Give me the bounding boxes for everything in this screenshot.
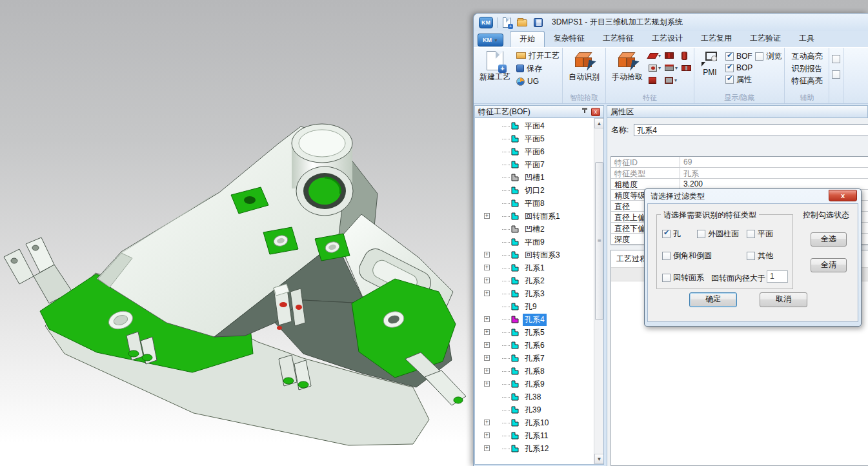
- property-row-特征ID[interactable]: 特征ID69: [611, 157, 868, 168]
- expand-icon[interactable]: +: [484, 316, 490, 322]
- tab-开始[interactable]: 开始: [510, 31, 545, 47]
- select-all-button[interactable]: 全选: [811, 232, 847, 247]
- red-cube-feature-button[interactable]: [649, 75, 661, 85]
- tree-item-孔38[interactable]: 孔38: [475, 390, 594, 403]
- tree-item-孔系10[interactable]: +孔系10: [475, 416, 594, 429]
- tree-item-孔9[interactable]: 孔9: [475, 300, 594, 313]
- tree-item-回转面系3[interactable]: +回转面系3: [475, 248, 594, 261]
- tree-item-label: 孔系9: [523, 378, 547, 390]
- clipped-checkbox-2[interactable]: [832, 68, 840, 80]
- tab-工具[interactable]: 工具: [790, 31, 823, 47]
- tab-工艺复用[interactable]: 工艺复用: [692, 31, 741, 47]
- scroll-down-button[interactable]: ▼: [594, 454, 604, 464]
- expand-icon[interactable]: +: [484, 420, 490, 425]
- cylinder-pair-feature-button[interactable]: [681, 63, 691, 73]
- dialog-checkbox-孔[interactable]: 孔: [662, 228, 681, 239]
- tree-item-凹槽1[interactable]: 凹槽1: [475, 171, 594, 184]
- assist-link-特征高亮[interactable]: 特征高亮: [787, 75, 826, 87]
- tree-item-孔系3[interactable]: +孔系3: [475, 287, 594, 300]
- open-folder-icon[interactable]: [517, 17, 529, 28]
- scrollbar-thumb[interactable]: [595, 162, 603, 320]
- app-menu-button[interactable]: KM▼: [478, 34, 503, 46]
- tab-复杂特征[interactable]: 复杂特征: [545, 31, 594, 47]
- new-process-button[interactable]: + 新建工艺: [476, 49, 514, 83]
- tree-item-孔系12[interactable]: +孔系12: [475, 442, 594, 455]
- save-button[interactable]: 保存: [516, 62, 560, 75]
- tree-item-孔系9[interactable]: +孔系9: [475, 378, 594, 390]
- expand-icon[interactable]: +: [484, 290, 490, 296]
- checkbox-BOF[interactable]: BOF: [725, 50, 752, 62]
- expand-icon[interactable]: +: [484, 432, 490, 438]
- name-input[interactable]: 孔系4: [634, 124, 868, 136]
- dialog-checkbox-倒角和倒圆[interactable]: 倒角和倒圆: [662, 250, 712, 261]
- assist-link-互动高亮[interactable]: 互动高亮: [787, 50, 826, 63]
- ok-button[interactable]: 确定: [689, 292, 737, 307]
- tree-item-孔系4[interactable]: +孔系4: [475, 313, 594, 326]
- manual-pick-button[interactable]: 手动拾取: [609, 49, 646, 83]
- dialog-checkbox-外圆柱面[interactable]: 外圆柱面: [697, 228, 739, 239]
- save-icon[interactable]: [532, 17, 544, 28]
- dialog-checkbox-回转面系[interactable]: 回转面系: [662, 272, 704, 283]
- dialog-checkbox-其他[interactable]: 其他: [747, 250, 773, 261]
- checkbox-BOP[interactable]: BOP: [725, 62, 752, 74]
- tree-connector: [502, 126, 510, 127]
- dialog-checkbox-平面[interactable]: 平面: [747, 228, 773, 239]
- expand-icon[interactable]: +: [484, 368, 490, 374]
- expand-icon[interactable]: +: [484, 329, 490, 335]
- face-feature-button[interactable]: ▾: [665, 75, 678, 85]
- hole-feature-button[interactable]: ▾: [649, 63, 661, 73]
- scroll-up-button[interactable]: ▲: [594, 118, 604, 128]
- tree-item-平面6[interactable]: 平面6: [475, 145, 594, 158]
- expand-icon[interactable]: +: [484, 278, 490, 283]
- bars-feature-button[interactable]: [665, 50, 678, 61]
- inner-diameter-input[interactable]: 1: [767, 270, 788, 283]
- tree-item-孔系7[interactable]: +孔系7: [475, 352, 594, 365]
- tree-item-孔系5[interactable]: +孔系5: [475, 326, 594, 339]
- close-icon[interactable]: x: [591, 108, 600, 116]
- tree-item-孔系11[interactable]: +孔系11: [475, 429, 594, 442]
- expand-icon[interactable]: +: [484, 213, 490, 219]
- cancel-button[interactable]: 取消: [760, 292, 807, 307]
- tree-item-label: 孔系4: [523, 314, 547, 326]
- plane-feature-button[interactable]: ▾: [649, 50, 661, 61]
- tree-item-孔系6[interactable]: +孔系6: [475, 339, 594, 352]
- tab-工艺特征[interactable]: 工艺特征: [594, 31, 643, 47]
- expand-icon[interactable]: +: [484, 381, 490, 387]
- tree-connector: [502, 255, 510, 256]
- dialog-close-button[interactable]: x: [829, 190, 857, 201]
- assist-link-识别报告[interactable]: 识别报告: [787, 63, 826, 75]
- browse-checkbox[interactable]: 浏览: [755, 50, 782, 62]
- tree-item-平面8[interactable]: 平面8: [475, 197, 594, 210]
- pocket-feature-button[interactable]: ▾: [665, 63, 678, 73]
- expand-icon[interactable]: +: [484, 342, 490, 348]
- tree-item-切口2[interactable]: 切口2: [475, 184, 594, 197]
- tree-item-孔39[interactable]: 孔39: [475, 403, 594, 416]
- auto-recognize-button[interactable]: 自动识别: [565, 49, 603, 83]
- expand-icon[interactable]: +: [484, 265, 490, 270]
- tree-item-孔系1[interactable]: +孔系1: [475, 261, 594, 274]
- tree-item-平面5[interactable]: 平面5: [475, 132, 594, 145]
- tree-scrollbar[interactable]: ▲ ▼: [594, 118, 603, 464]
- tree-item-回转面系1[interactable]: +回转面系1: [475, 210, 594, 223]
- tree-item-平面7[interactable]: 平面7: [475, 158, 594, 171]
- pin-icon[interactable]: [581, 108, 589, 116]
- open-process-button[interactable]: 打开工艺: [516, 49, 560, 62]
- expand-icon[interactable]: +: [484, 355, 490, 361]
- tab-工艺验证[interactable]: 工艺验证: [741, 31, 790, 47]
- property-row-特征类型[interactable]: 特征类型孔系: [611, 168, 868, 179]
- expand-icon[interactable]: +: [484, 252, 490, 258]
- tree-item-凹槽2[interactable]: 凹槽2: [475, 223, 594, 236]
- expand-icon[interactable]: +: [484, 445, 490, 451]
- tree-item-孔系2[interactable]: +孔系2: [475, 274, 594, 287]
- tree-item-平面9[interactable]: 平面9: [475, 236, 594, 248]
- pmi-button[interactable]: PMI: [697, 49, 723, 77]
- tree-item-平面4[interactable]: 平面4: [475, 119, 594, 132]
- cylinder-feature-button[interactable]: [681, 50, 691, 61]
- ug-button[interactable]: UG: [516, 75, 560, 88]
- checkbox-属性[interactable]: 属性: [725, 74, 752, 85]
- tab-工艺设计[interactable]: 工艺设计: [643, 31, 692, 47]
- tree-item-孔系8[interactable]: +孔系8: [475, 365, 594, 378]
- new-document-icon[interactable]: +: [501, 17, 513, 28]
- clear-all-button[interactable]: 全清: [811, 258, 847, 272]
- clipped-checkbox-1[interactable]: [832, 53, 840, 65]
